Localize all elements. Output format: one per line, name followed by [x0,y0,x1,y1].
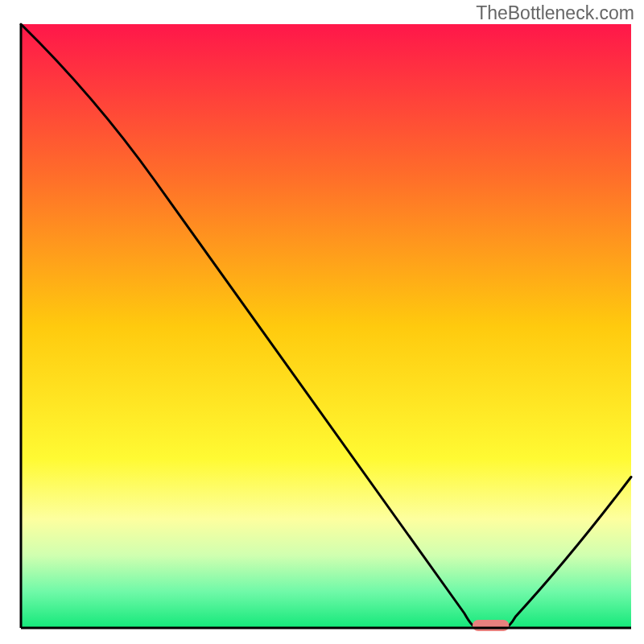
chart-container: TheBottleneck.com [0,0,644,644]
optimal-range-marker [473,620,509,631]
chart-plot [0,0,644,644]
gradient-background [21,24,631,628]
watermark-text: TheBottleneck.com [476,2,634,24]
